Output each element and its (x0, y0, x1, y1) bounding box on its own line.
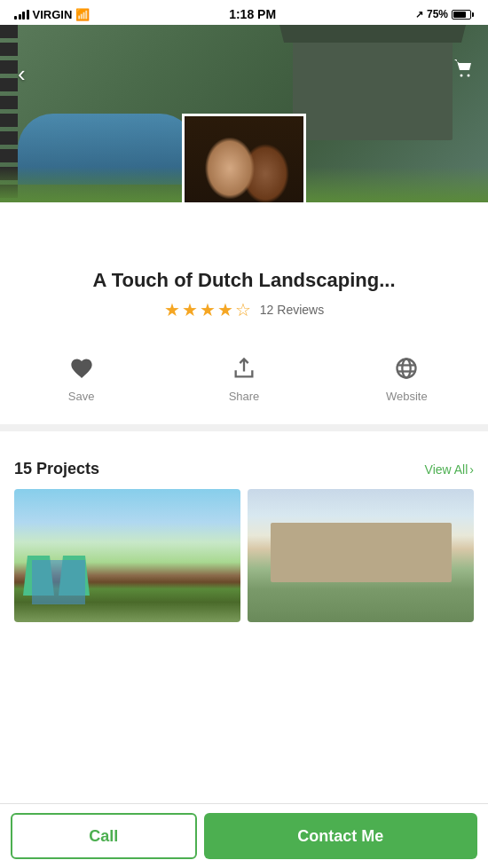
business-name: A Touch of Dutch Landscaping... (0, 269, 488, 292)
review-count: 12 Reviews (260, 303, 324, 317)
save-action[interactable]: Save (0, 345, 162, 410)
rating-row: ★★★★☆ 12 Reviews (0, 299, 488, 320)
svg-point-3 (403, 359, 411, 378)
star-rating: ★★★★☆ (164, 299, 253, 320)
cart-icon (453, 57, 476, 80)
projects-title: 15 Projects (14, 460, 99, 478)
profile-image (182, 114, 306, 202)
actions-row: Save Share Website (0, 338, 488, 431)
share-label: Share (229, 390, 260, 403)
chair-right (59, 556, 90, 596)
hero-section: ‹ (0, 25, 488, 202)
projects-section: 15 Projects View All › (0, 446, 488, 629)
status-right: ↗ 75% (415, 8, 474, 20)
wifi-icon: 📶 (75, 8, 90, 21)
svg-point-0 (460, 75, 463, 77)
status-time: 1:18 PM (229, 7, 276, 21)
svg-point-1 (468, 75, 470, 77)
cart-button[interactable] (453, 57, 476, 85)
battery-percent: 75% (427, 8, 448, 20)
chair-left (23, 556, 54, 596)
battery-icon (452, 10, 474, 20)
project-thumb-2[interactable] (248, 489, 474, 622)
view-all-button[interactable]: View All › (425, 462, 474, 477)
bottom-cta: Call Contact Me (0, 803, 488, 868)
project-thumb-1[interactable] (14, 489, 240, 622)
svg-point-2 (397, 359, 416, 378)
share-action[interactable]: Share (162, 345, 325, 410)
website-action[interactable]: Website (326, 345, 488, 410)
projects-grid (14, 489, 474, 622)
heart-icon (66, 352, 98, 384)
save-label: Save (68, 390, 95, 403)
projects-header: 15 Projects View All › (14, 460, 474, 478)
call-button[interactable]: Call (11, 813, 197, 859)
share-icon (228, 352, 260, 384)
carrier-label: VIRGIN (33, 8, 73, 21)
hero-building (293, 34, 453, 140)
location-icon: ↗ (415, 9, 423, 20)
status-bar: VIRGIN 📶 1:18 PM ↗ 75% (0, 0, 488, 25)
website-label: Website (386, 390, 428, 403)
contact-me-button[interactable]: Contact Me (204, 813, 477, 859)
signal-icon (14, 10, 29, 20)
back-button[interactable]: ‹ (11, 57, 33, 91)
status-left: VIRGIN 📶 (14, 8, 90, 21)
business-info: A Touch of Dutch Landscaping... ★★★★☆ 12… (0, 202, 488, 446)
globe-icon (390, 352, 422, 384)
